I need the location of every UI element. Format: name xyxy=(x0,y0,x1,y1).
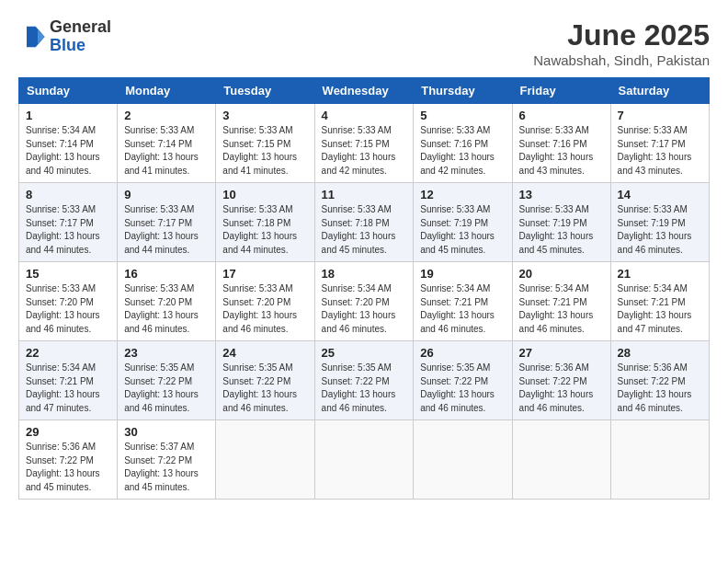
calendar-cell: 21Sunrise: 5:34 AM Sunset: 7:21 PM Dayli… xyxy=(610,262,709,341)
calendar-cell xyxy=(610,420,709,500)
day-header-wednesday: Wednesday xyxy=(314,78,414,104)
calendar-cell: 29Sunrise: 5:36 AM Sunset: 7:22 PM Dayli… xyxy=(19,420,118,500)
day-number: 16 xyxy=(124,267,209,281)
page-header: General Blue June 2025 Nawabshah, Sindh,… xyxy=(18,18,710,68)
day-number: 19 xyxy=(420,267,505,281)
logo: General Blue xyxy=(18,18,111,55)
title-block: June 2025 Nawabshah, Sindh, Pakistan xyxy=(533,18,710,68)
day-info: Sunrise: 5:35 AM Sunset: 7:22 PM Dayligh… xyxy=(420,362,505,415)
day-number: 14 xyxy=(618,188,702,201)
day-number: 25 xyxy=(322,346,407,360)
day-header-monday: Monday xyxy=(118,78,216,104)
calendar-cell xyxy=(314,420,414,500)
day-number: 28 xyxy=(618,346,702,360)
day-number: 6 xyxy=(519,109,604,122)
logo-general: General xyxy=(50,18,111,37)
calendar-cell: 11Sunrise: 5:33 AM Sunset: 7:18 PM Dayli… xyxy=(314,183,414,262)
calendar-cell: 19Sunrise: 5:34 AM Sunset: 7:21 PM Dayli… xyxy=(414,262,512,341)
calendar-cell xyxy=(512,420,610,500)
calendar-cell: 6Sunrise: 5:33 AM Sunset: 7:16 PM Daylig… xyxy=(512,104,610,183)
calendar-cell: 14Sunrise: 5:33 AM Sunset: 7:19 PM Dayli… xyxy=(610,183,709,262)
calendar-cell: 30Sunrise: 5:37 AM Sunset: 7:22 PM Dayli… xyxy=(118,420,216,500)
calendar-cell: 26Sunrise: 5:35 AM Sunset: 7:22 PM Dayli… xyxy=(414,341,512,420)
day-number: 1 xyxy=(26,109,110,122)
calendar-cell: 17Sunrise: 5:33 AM Sunset: 7:20 PM Dayli… xyxy=(216,262,314,341)
day-number: 26 xyxy=(420,346,505,360)
day-header-tuesday: Tuesday xyxy=(216,78,314,104)
day-info: Sunrise: 5:33 AM Sunset: 7:16 PM Dayligh… xyxy=(420,124,505,178)
calendar-cell: 28Sunrise: 5:36 AM Sunset: 7:22 PM Dayli… xyxy=(610,341,709,420)
day-info: Sunrise: 5:34 AM Sunset: 7:21 PM Dayligh… xyxy=(26,362,110,415)
day-number: 10 xyxy=(222,188,307,201)
calendar-week-row: 8Sunrise: 5:33 AM Sunset: 7:17 PM Daylig… xyxy=(19,183,710,262)
day-info: Sunrise: 5:36 AM Sunset: 7:22 PM Dayligh… xyxy=(26,441,110,494)
calendar-header-row: SundayMondayTuesdayWednesdayThursdayFrid… xyxy=(19,78,710,104)
day-number: 23 xyxy=(124,346,209,360)
day-info: Sunrise: 5:35 AM Sunset: 7:22 PM Dayligh… xyxy=(322,362,407,415)
day-number: 18 xyxy=(322,267,407,281)
day-number: 3 xyxy=(222,109,307,122)
calendar-table: SundayMondayTuesdayWednesdayThursdayFrid… xyxy=(18,77,710,500)
day-info: Sunrise: 5:33 AM Sunset: 7:14 PM Dayligh… xyxy=(124,124,209,178)
calendar-cell: 4Sunrise: 5:33 AM Sunset: 7:15 PM Daylig… xyxy=(314,104,414,183)
day-number: 24 xyxy=(222,346,307,360)
day-number: 27 xyxy=(519,346,604,360)
day-header-sunday: Sunday xyxy=(19,78,118,104)
day-number: 7 xyxy=(618,109,702,122)
day-header-saturday: Saturday xyxy=(610,78,709,104)
day-number: 8 xyxy=(26,188,110,201)
calendar-cell: 12Sunrise: 5:33 AM Sunset: 7:19 PM Dayli… xyxy=(414,183,512,262)
logo-text: General Blue xyxy=(50,18,111,55)
day-number: 4 xyxy=(322,109,407,122)
day-info: Sunrise: 5:35 AM Sunset: 7:22 PM Dayligh… xyxy=(124,362,209,415)
day-number: 20 xyxy=(519,267,604,281)
calendar-cell: 18Sunrise: 5:34 AM Sunset: 7:20 PM Dayli… xyxy=(314,262,414,341)
logo-icon xyxy=(18,23,46,51)
day-info: Sunrise: 5:33 AM Sunset: 7:17 PM Dayligh… xyxy=(618,124,702,178)
day-number: 29 xyxy=(26,425,110,439)
day-info: Sunrise: 5:33 AM Sunset: 7:19 PM Dayligh… xyxy=(618,203,702,257)
calendar-cell: 13Sunrise: 5:33 AM Sunset: 7:19 PM Dayli… xyxy=(512,183,610,262)
calendar-cell xyxy=(216,420,314,500)
day-number: 17 xyxy=(222,267,307,281)
day-number: 11 xyxy=(322,188,407,201)
day-info: Sunrise: 5:33 AM Sunset: 7:18 PM Dayligh… xyxy=(222,203,307,257)
day-info: Sunrise: 5:33 AM Sunset: 7:15 PM Dayligh… xyxy=(322,124,407,178)
calendar-cell xyxy=(414,420,512,500)
calendar-cell: 9Sunrise: 5:33 AM Sunset: 7:17 PM Daylig… xyxy=(118,183,216,262)
day-info: Sunrise: 5:36 AM Sunset: 7:22 PM Dayligh… xyxy=(618,362,702,415)
day-info: Sunrise: 5:33 AM Sunset: 7:17 PM Dayligh… xyxy=(26,203,110,257)
day-number: 30 xyxy=(124,425,209,439)
calendar-cell: 3Sunrise: 5:33 AM Sunset: 7:15 PM Daylig… xyxy=(216,104,314,183)
calendar-week-row: 29Sunrise: 5:36 AM Sunset: 7:22 PM Dayli… xyxy=(19,420,710,500)
calendar-week-row: 22Sunrise: 5:34 AM Sunset: 7:21 PM Dayli… xyxy=(19,341,710,420)
day-info: Sunrise: 5:34 AM Sunset: 7:20 PM Dayligh… xyxy=(322,282,407,336)
calendar-cell: 24Sunrise: 5:35 AM Sunset: 7:22 PM Dayli… xyxy=(216,341,314,420)
day-info: Sunrise: 5:33 AM Sunset: 7:16 PM Dayligh… xyxy=(519,124,604,178)
calendar-cell: 10Sunrise: 5:33 AM Sunset: 7:18 PM Dayli… xyxy=(216,183,314,262)
calendar-cell: 1Sunrise: 5:34 AM Sunset: 7:14 PM Daylig… xyxy=(19,104,118,183)
calendar-cell: 16Sunrise: 5:33 AM Sunset: 7:20 PM Dayli… xyxy=(118,262,216,341)
calendar-cell: 25Sunrise: 5:35 AM Sunset: 7:22 PM Dayli… xyxy=(314,341,414,420)
day-header-thursday: Thursday xyxy=(414,78,512,104)
calendar-cell: 27Sunrise: 5:36 AM Sunset: 7:22 PM Dayli… xyxy=(512,341,610,420)
day-info: Sunrise: 5:33 AM Sunset: 7:20 PM Dayligh… xyxy=(124,282,209,336)
day-number: 9 xyxy=(124,188,209,201)
day-info: Sunrise: 5:33 AM Sunset: 7:20 PM Dayligh… xyxy=(222,282,307,336)
day-number: 13 xyxy=(519,188,604,201)
day-number: 5 xyxy=(420,109,505,122)
svg-marker-1 xyxy=(38,29,45,43)
day-info: Sunrise: 5:34 AM Sunset: 7:14 PM Dayligh… xyxy=(26,124,110,178)
day-number: 2 xyxy=(124,109,209,122)
day-number: 12 xyxy=(420,188,505,201)
calendar-cell: 23Sunrise: 5:35 AM Sunset: 7:22 PM Dayli… xyxy=(118,341,216,420)
day-header-friday: Friday xyxy=(512,78,610,104)
day-number: 22 xyxy=(26,346,110,360)
day-info: Sunrise: 5:34 AM Sunset: 7:21 PM Dayligh… xyxy=(420,282,505,336)
location-subtitle: Nawabshah, Sindh, Pakistan xyxy=(533,52,710,68)
day-number: 15 xyxy=(26,267,110,281)
calendar-cell: 2Sunrise: 5:33 AM Sunset: 7:14 PM Daylig… xyxy=(118,104,216,183)
calendar-week-row: 1Sunrise: 5:34 AM Sunset: 7:14 PM Daylig… xyxy=(19,104,710,183)
day-info: Sunrise: 5:36 AM Sunset: 7:22 PM Dayligh… xyxy=(519,362,604,415)
calendar-week-row: 15Sunrise: 5:33 AM Sunset: 7:20 PM Dayli… xyxy=(19,262,710,341)
